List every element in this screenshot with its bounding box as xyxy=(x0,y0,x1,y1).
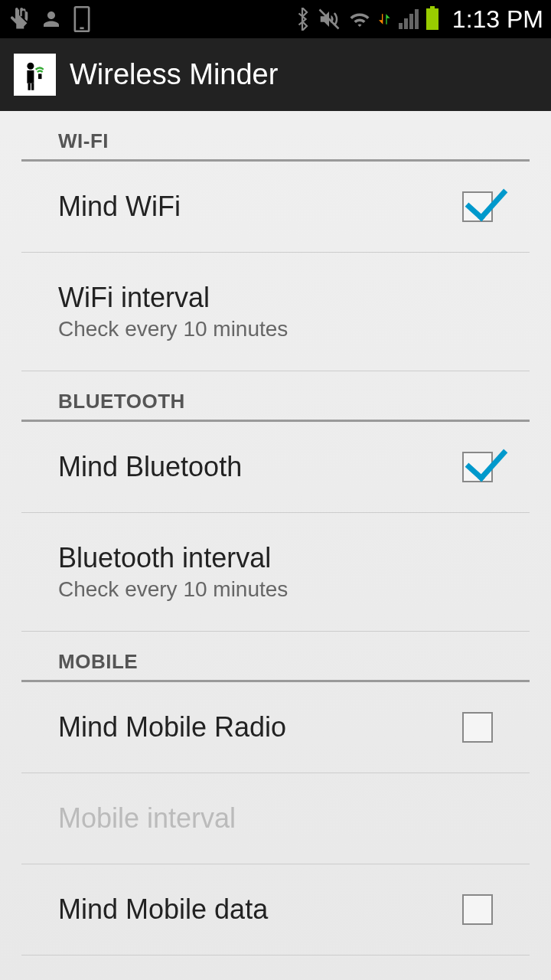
setting-title: Mobile interval xyxy=(58,802,493,835)
bluetooth-icon xyxy=(295,8,310,31)
wifi-icon xyxy=(348,9,371,29)
data-sync-icon xyxy=(379,13,391,25)
setting-text: Mind Mobile data xyxy=(58,893,462,926)
section-header-wifi: WI-FI xyxy=(21,111,530,162)
setting-text: Mind WiFi xyxy=(58,191,462,223)
setting-text: Bluetooth interval Check every 10 minute… xyxy=(58,542,493,602)
setting-bluetooth-interval[interactable]: Bluetooth interval Check every 10 minute… xyxy=(21,513,530,632)
section-header-mobile: MOBILE xyxy=(21,632,530,682)
setting-title: WiFi interval xyxy=(58,282,493,314)
setting-title: Mind WiFi xyxy=(58,191,462,223)
setting-text: WiFi interval Check every 10 minutes xyxy=(58,282,493,341)
mute-icon xyxy=(318,8,341,31)
setting-subtitle: Check every 10 minutes xyxy=(58,317,493,341)
setting-text: Mobile interval xyxy=(58,802,493,835)
battery-icon xyxy=(426,8,439,30)
hand-icon xyxy=(8,8,31,31)
cellular-signal-icon xyxy=(399,9,419,29)
setting-subtitle: Check every 10 minutes xyxy=(58,577,493,602)
setting-text: Mind Mobile Radio xyxy=(58,711,462,743)
checkbox-mind-wifi[interactable] xyxy=(462,191,493,222)
person-notification-icon xyxy=(40,8,63,31)
status-bar: 1:13 PM xyxy=(0,0,551,38)
svg-rect-6 xyxy=(31,83,34,90)
checkbox-mind-mobile-radio[interactable] xyxy=(462,712,493,743)
setting-title: Bluetooth interval xyxy=(58,542,493,574)
svg-rect-7 xyxy=(38,74,42,79)
app-icon xyxy=(14,54,56,96)
setting-mind-bluetooth[interactable]: Mind Bluetooth xyxy=(21,422,530,513)
svg-rect-4 xyxy=(27,70,34,83)
setting-wifi-interval[interactable]: WiFi interval Check every 10 minutes xyxy=(21,253,530,371)
setting-mind-mobile-radio[interactable]: Mind Mobile Radio xyxy=(21,682,530,773)
svg-point-3 xyxy=(27,63,34,70)
setting-mind-wifi[interactable]: Mind WiFi xyxy=(21,162,530,253)
status-time: 1:13 PM xyxy=(452,5,543,34)
setting-mobile-interval: Mobile interval xyxy=(21,773,530,864)
checkbox-mind-mobile-data[interactable] xyxy=(462,894,493,925)
setting-title: Mind Mobile Radio xyxy=(58,711,462,743)
setting-title: Mind Mobile data xyxy=(58,893,462,926)
section-header-bluetooth: BLUETOOTH xyxy=(21,371,530,422)
app-title: Wireless Minder xyxy=(70,58,278,91)
setting-title: Mind Bluetooth xyxy=(58,451,462,483)
settings-content: WI-FI Mind WiFi WiFi interval Check ever… xyxy=(0,111,551,956)
svg-rect-5 xyxy=(28,83,31,90)
setting-text: Mind Bluetooth xyxy=(58,451,462,483)
setting-mind-mobile-data[interactable]: Mind Mobile data xyxy=(21,864,530,956)
device-icon xyxy=(72,6,92,32)
app-bar: Wireless Minder xyxy=(0,38,551,111)
status-right: 1:13 PM xyxy=(295,5,543,34)
checkbox-mind-bluetooth[interactable] xyxy=(462,452,493,482)
status-left xyxy=(8,6,92,32)
